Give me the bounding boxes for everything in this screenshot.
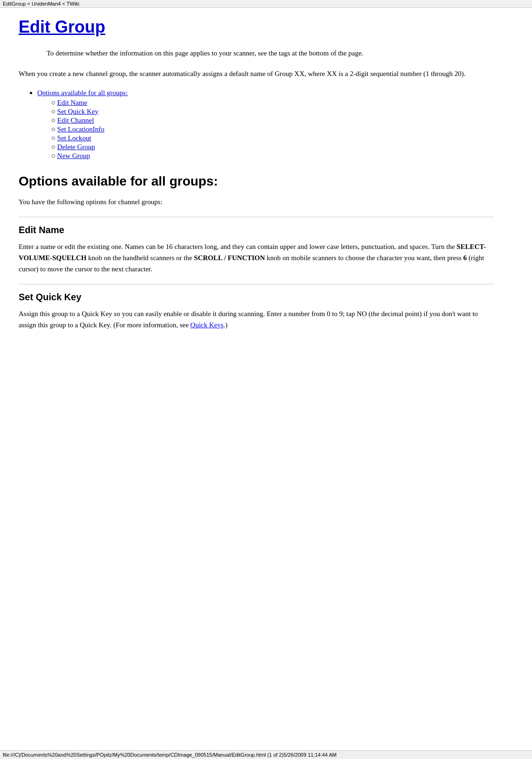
toc-sub-item-setlockout: Set Lockout <box>51 134 494 142</box>
section-title-editname: Edit Name <box>19 225 494 235</box>
bold-6: 6 <box>464 254 467 262</box>
toc-link-deletegroup[interactable]: Delete Group <box>57 143 95 151</box>
toc-sub-item-setlocationinfo: Set LocationInfo <box>51 125 494 133</box>
section-divider-2 <box>19 284 494 284</box>
main-description: When you create a new channel group, the… <box>19 68 494 79</box>
toc-sub-item-newgroup: New Group <box>51 152 494 160</box>
toc-link-setlocationinfo[interactable]: Set LocationInfo <box>57 125 104 133</box>
section-divider-1 <box>19 217 494 217</box>
title-bar-text: EditGroup < UnidenMan4 < TWiki <box>3 1 79 7</box>
section-text-setquickkey: Assign this group to a Quick Key so you … <box>19 308 494 331</box>
quick-keys-link[interactable]: Quick Keys <box>191 321 224 329</box>
section-text-options: You have the following options for chann… <box>19 196 494 207</box>
toc-link-newgroup[interactable]: New Group <box>57 152 90 159</box>
toc-sub-item-setquickkey: Set Quick Key <box>51 108 494 116</box>
toc-sub-list: Edit Name Set Quick Key Edit Channel Set… <box>51 99 494 160</box>
toc-link-editchannel[interactable]: Edit Channel <box>57 117 94 124</box>
toc-link-setlockout[interactable]: Set Lockout <box>57 134 91 142</box>
toc-list: Options available for all groups: Edit N… <box>37 89 494 160</box>
title-bar: EditGroup < UnidenMan4 < TWiki <box>0 0 532 8</box>
toc-link-setquickkey[interactable]: Set Quick Key <box>57 108 98 115</box>
toc-top-link[interactable]: Options available for all groups: <box>37 89 128 97</box>
section-title-options: Options available for all groups: <box>19 174 494 189</box>
intro-text: To determine whether the information on … <box>47 48 494 59</box>
intro-block: To determine whether the information on … <box>47 48 494 59</box>
toc-sub-item-editchannel: Edit Channel <box>51 117 494 124</box>
toc-link-editname[interactable]: Edit Name <box>57 99 88 106</box>
toc-top-item: Options available for all groups: Edit N… <box>37 89 494 160</box>
section-text-editname: Enter a name or edit the existing one. N… <box>19 241 494 275</box>
section-title-setquickkey: Set Quick Key <box>19 292 494 303</box>
page-content: Edit Group To determine whether the info… <box>0 8 512 359</box>
toc-sub-item-editname: Edit Name <box>51 99 494 107</box>
bold-scroll-function: SCROLL / FUNCTION <box>194 254 265 262</box>
page-title: Edit Group <box>19 17 494 37</box>
toc-sub-item-deletegroup: Delete Group <box>51 143 494 151</box>
